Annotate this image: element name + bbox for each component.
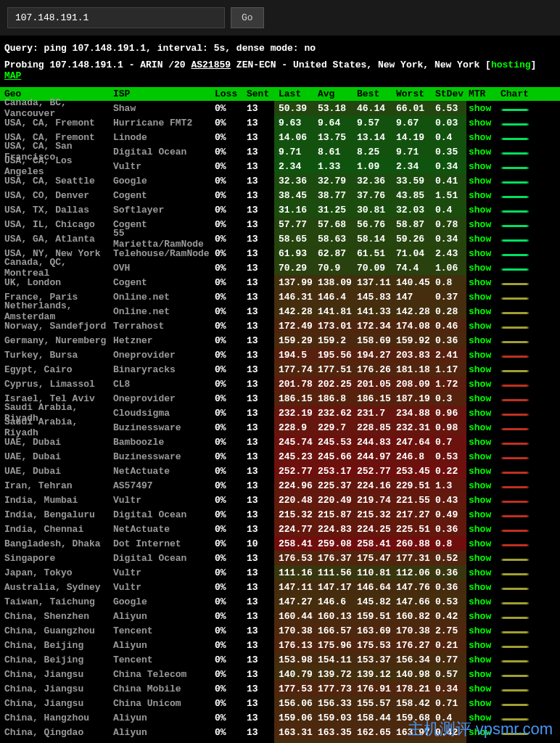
best-cell: 244.97 — [357, 451, 396, 462]
stdev-cell: 1.72 — [435, 379, 469, 390]
mtr-show-link[interactable]: show — [469, 277, 491, 288]
worst-cell: 246.8 — [396, 451, 435, 462]
mtr-show-link[interactable]: show — [469, 147, 491, 157]
sparkline-cell — [501, 364, 535, 375]
mtr-show-link[interactable]: show — [469, 466, 491, 477]
isp-cell: Aliyun — [113, 727, 215, 738]
geo-cell: Iran, Tehran — [4, 480, 113, 491]
mtr-show-link[interactable]: show — [469, 684, 491, 694]
sparkline-icon — [501, 312, 530, 314]
sparkline-cell — [501, 176, 535, 186]
isp-cell: Cogent — [113, 277, 215, 288]
isp-cell: China Mobile — [113, 684, 215, 694]
mtr-show-link[interactable]: show — [469, 509, 491, 520]
hdr-stdev: StDev — [435, 89, 469, 99]
mtr-show-link[interactable]: show — [469, 219, 491, 230]
sent-cell: 13 — [247, 321, 279, 332]
sparkline-cell — [501, 422, 535, 433]
sent-cell: 13 — [247, 625, 279, 636]
mtr-show-link[interactable]: show — [469, 350, 491, 361]
mtr-show-link[interactable]: show — [469, 321, 491, 332]
mtr-show-link[interactable]: show — [469, 625, 491, 636]
mtr-show-link[interactable]: show — [469, 553, 491, 564]
mtr-show-link[interactable]: show — [469, 364, 491, 375]
table-row: UK, LondonCogent0%13137.99138.09137.1114… — [0, 275, 560, 290]
map-link[interactable]: MAP — [4, 70, 21, 81]
avg-cell: 229.7 — [318, 422, 357, 433]
sparkline-icon — [501, 341, 530, 343]
sparkline-cell — [501, 684, 535, 694]
loss-cell: 0% — [215, 219, 247, 230]
sparkline-icon — [501, 530, 530, 532]
mtr-show-link[interactable]: show — [469, 480, 491, 491]
sparkline-icon — [501, 239, 530, 242]
best-cell: 58.14 — [357, 234, 396, 245]
sparkline-icon — [501, 428, 530, 430]
mtr-show-link[interactable]: show — [469, 393, 491, 404]
mtr-show-link[interactable]: show — [469, 698, 491, 709]
best-cell: 141.33 — [357, 306, 396, 317]
mtr-show-link[interactable]: show — [469, 248, 491, 259]
mtr-show-link[interactable]: show — [469, 451, 491, 462]
mtr-show-link[interactable]: show — [469, 495, 491, 506]
isp-cell: Vultr — [113, 495, 215, 506]
mtr-show-link[interactable]: show — [469, 437, 491, 448]
worst-cell: 203.83 — [396, 350, 435, 361]
table-row: China, BeijingAliyun0%13176.13175.96175.… — [0, 638, 560, 652]
mtr-show-link[interactable]: show — [469, 524, 491, 535]
mtr-show-link[interactable]: show — [469, 335, 491, 346]
sent-cell: 13 — [247, 147, 279, 157]
table-row: Australia, SydneyVultr0%13147.11147.1714… — [0, 580, 560, 594]
sparkline-cell — [501, 277, 535, 288]
stdev-cell: 0.28 — [435, 306, 469, 317]
sent-cell: 10 — [247, 538, 279, 549]
mtr-show-link[interactable]: show — [469, 234, 491, 245]
mtr-show-link[interactable]: show — [469, 669, 491, 680]
worst-cell: 159.92 — [396, 335, 435, 346]
mtr-show-link[interactable]: show — [469, 640, 491, 651]
mtr-show-link[interactable]: show — [469, 596, 491, 607]
best-cell: 56.76 — [357, 219, 396, 230]
mtr-show-link[interactable]: show — [469, 176, 491, 186]
table-row: UAE, DubaiBuzinessware0%13245.23245.6624… — [0, 449, 560, 464]
mtr-show-link[interactable]: show — [469, 263, 491, 274]
mtr-show-link[interactable]: show — [469, 379, 491, 390]
loss-cell: 0% — [215, 538, 247, 549]
go-button[interactable]: Go — [231, 7, 264, 28]
mtr-show-link[interactable]: show — [469, 408, 491, 419]
worst-cell: 229.51 — [396, 480, 435, 491]
last-cell: 111.16 — [279, 567, 318, 578]
loss-cell: 0% — [215, 466, 247, 477]
avg-cell: 177.73 — [318, 684, 357, 694]
isp-cell: Digital Ocean — [113, 553, 215, 564]
last-cell: 14.06 — [279, 132, 318, 143]
ip-input[interactable] — [7, 7, 225, 28]
mtr-show-link[interactable]: show — [469, 161, 491, 172]
table-row: USA, CA, FremontHurricane FMT20%139.639.… — [0, 115, 560, 130]
worst-cell: 66.01 — [396, 103, 435, 114]
mtr-show-link[interactable]: show — [469, 118, 491, 128]
stdev-cell: 1.51 — [435, 190, 469, 201]
loss-cell: 0% — [215, 364, 247, 375]
loss-cell: 0% — [215, 205, 247, 215]
mtr-show-link[interactable]: show — [469, 538, 491, 549]
asn-link[interactable]: AS21859 — [191, 59, 231, 70]
mtr-show-link[interactable]: show — [469, 103, 491, 114]
loss-cell: 0% — [215, 234, 247, 245]
mtr-show-link[interactable]: show — [469, 582, 491, 593]
mtr-show-link[interactable]: show — [469, 422, 491, 433]
mtr-show-link[interactable]: show — [469, 292, 491, 303]
last-cell: 224.96 — [279, 480, 318, 491]
table-row: Cyprus, LimassolCL80%13201.78202.25201.0… — [0, 377, 560, 391]
mtr-show-link[interactable]: show — [469, 306, 491, 317]
mtr-show-link[interactable]: show — [469, 132, 491, 143]
mtr-show-link[interactable]: show — [469, 611, 491, 622]
mtr-show-link[interactable]: show — [469, 205, 491, 215]
sparkline-icon — [501, 109, 530, 111]
isp-cell: AS57497 — [113, 480, 215, 491]
mtr-show-link[interactable]: show — [469, 567, 491, 578]
mtr-show-link[interactable]: show — [469, 654, 491, 665]
mtr-show-link[interactable]: show — [469, 190, 491, 201]
best-cell: 146.64 — [357, 582, 396, 593]
isp-cell: Vultr — [113, 582, 215, 593]
